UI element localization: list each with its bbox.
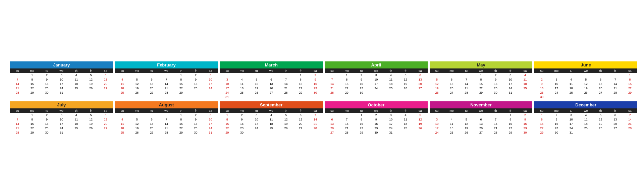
day-cell[interactable]: 3: [503, 73, 518, 78]
day-cell[interactable]: [488, 113, 503, 117]
day-cell[interactable]: 8: [293, 78, 308, 82]
day-cell[interactable]: 26: [430, 91, 444, 95]
day-cell[interactable]: 12: [279, 117, 293, 122]
day-cell[interactable]: 5: [249, 78, 264, 82]
day-cell[interactable]: 19: [579, 86, 593, 91]
day-cell[interactable]: 23: [189, 126, 203, 131]
day-cell[interactable]: 8: [220, 117, 234, 122]
day-cell[interactable]: 5: [459, 117, 474, 122]
day-cell[interactable]: 21: [459, 86, 474, 91]
day-cell[interactable]: 29: [503, 131, 518, 135]
day-cell[interactable]: [579, 73, 593, 78]
day-cell[interactable]: 10: [203, 78, 218, 82]
day-cell[interactable]: 25: [234, 91, 249, 95]
day-cell[interactable]: 26: [459, 131, 474, 135]
day-cell[interactable]: 12: [430, 82, 444, 86]
day-cell[interactable]: 24: [203, 126, 218, 131]
day-cell[interactable]: 3: [54, 73, 69, 78]
day-cell[interactable]: 21: [10, 86, 25, 91]
day-cell[interactable]: [444, 73, 459, 78]
day-cell[interactable]: 22: [174, 126, 189, 131]
day-cell[interactable]: 6: [325, 117, 339, 122]
day-cell[interactable]: 23: [234, 126, 249, 131]
day-cell[interactable]: 11: [564, 82, 579, 86]
day-cell[interactable]: 21: [623, 122, 637, 126]
day-cell[interactable]: 7: [623, 113, 637, 117]
day-cell[interactable]: 20: [144, 126, 159, 131]
day-cell[interactable]: 10: [503, 78, 518, 82]
day-cell[interactable]: 2: [189, 113, 203, 117]
day-cell[interactable]: [623, 131, 637, 135]
day-cell[interactable]: [84, 131, 98, 135]
day-cell[interactable]: [608, 95, 623, 99]
day-cell[interactable]: 8: [503, 117, 518, 122]
day-cell[interactable]: 15: [25, 82, 40, 86]
day-cell[interactable]: 22: [623, 86, 637, 91]
day-cell[interactable]: 3: [203, 113, 218, 117]
day-cell[interactable]: 16: [488, 82, 503, 86]
day-cell[interactable]: 27: [264, 91, 279, 95]
day-cell[interactable]: 20: [413, 82, 428, 86]
day-cell[interactable]: 16: [189, 82, 203, 86]
day-cell[interactable]: [249, 73, 264, 78]
day-cell[interactable]: 15: [220, 122, 234, 126]
day-cell[interactable]: 12: [579, 82, 593, 86]
day-cell[interactable]: [308, 131, 323, 135]
day-cell[interactable]: 5: [279, 113, 293, 117]
day-cell[interactable]: 20: [444, 86, 459, 91]
day-cell[interactable]: [249, 95, 264, 99]
day-cell[interactable]: 6: [474, 117, 488, 122]
day-cell[interactable]: 23: [549, 126, 564, 131]
day-cell[interactable]: 23: [40, 86, 54, 91]
day-cell[interactable]: [264, 73, 279, 78]
day-cell[interactable]: 13: [474, 122, 488, 126]
day-cell[interactable]: 7: [10, 78, 25, 82]
day-cell[interactable]: 19: [129, 86, 144, 91]
day-cell[interactable]: 30: [354, 91, 369, 95]
day-cell[interactable]: 16: [308, 82, 323, 86]
day-cell[interactable]: 10: [383, 117, 398, 122]
day-cell[interactable]: 27: [144, 131, 159, 135]
day-cell[interactable]: 14: [10, 122, 25, 126]
day-cell[interactable]: 4: [444, 117, 459, 122]
day-cell[interactable]: 15: [354, 122, 369, 126]
day-cell[interactable]: 1: [339, 73, 354, 78]
day-cell[interactable]: 15: [474, 82, 488, 86]
day-cell[interactable]: 1: [474, 73, 488, 78]
day-cell[interactable]: 10: [220, 82, 234, 86]
day-cell[interactable]: 4: [398, 113, 413, 117]
day-cell[interactable]: 24: [503, 86, 518, 91]
day-cell[interactable]: 4: [564, 78, 579, 82]
day-cell[interactable]: 14: [623, 117, 637, 122]
day-cell[interactable]: [444, 113, 459, 117]
day-cell[interactable]: 21: [279, 86, 293, 91]
day-cell[interactable]: 4: [264, 113, 279, 117]
day-cell[interactable]: 22: [474, 86, 488, 91]
day-cell[interactable]: 16: [234, 122, 249, 126]
day-cell[interactable]: [339, 113, 354, 117]
day-cell[interactable]: 17: [564, 122, 579, 126]
day-cell[interactable]: 14: [608, 82, 623, 86]
day-cell[interactable]: 18: [69, 82, 84, 86]
day-cell[interactable]: [518, 91, 533, 95]
day-cell[interactable]: [129, 73, 144, 78]
day-cell[interactable]: 28: [159, 131, 174, 135]
day-cell[interactable]: 14: [159, 82, 174, 86]
day-cell[interactable]: 26: [84, 86, 98, 91]
day-cell[interactable]: 1: [293, 73, 308, 78]
day-cell[interactable]: 30: [40, 131, 54, 135]
day-cell[interactable]: 25: [383, 86, 398, 91]
day-cell[interactable]: [220, 73, 234, 78]
day-cell[interactable]: 24: [430, 131, 444, 135]
day-cell[interactable]: 30: [369, 131, 383, 135]
day-cell[interactable]: 24: [249, 126, 264, 131]
day-cell[interactable]: 15: [534, 122, 549, 126]
day-cell[interactable]: [593, 73, 608, 78]
day-cell[interactable]: 13: [264, 82, 279, 86]
day-cell[interactable]: 14: [308, 117, 323, 122]
day-cell[interactable]: 13: [325, 122, 339, 126]
day-cell[interactable]: 20: [264, 86, 279, 91]
day-cell[interactable]: 31: [503, 91, 518, 95]
day-cell[interactable]: 18: [444, 126, 459, 131]
day-cell[interactable]: 26: [84, 126, 98, 131]
